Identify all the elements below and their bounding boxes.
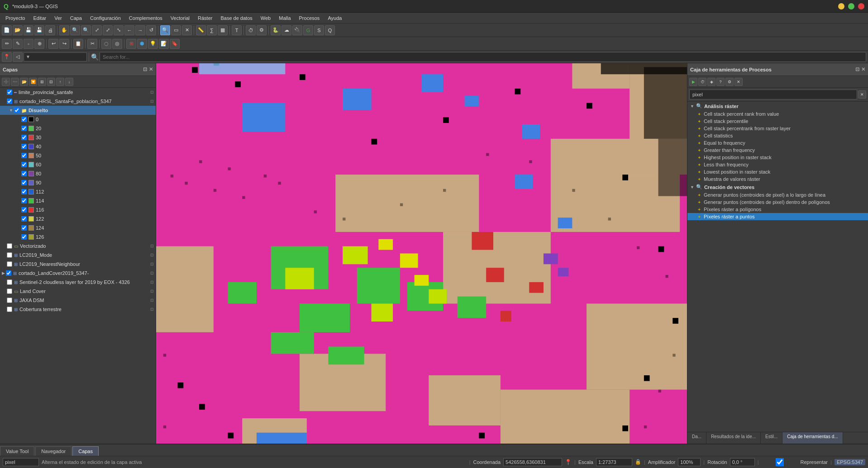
open-project-btn[interactable]: 📂 — [13, 25, 23, 35]
open-layer-btn[interactable]: 📂 — [20, 78, 28, 86]
layer-check-cortado_hrsl[interactable] — [7, 99, 12, 104]
expand-arrow-disuelto[interactable]: ▼ — [9, 108, 13, 113]
zoom-in-btn[interactable]: 🔍 — [70, 25, 80, 35]
layer-check-v124[interactable] — [21, 225, 27, 231]
remove-layer-btn[interactable]: ➖ — [11, 78, 19, 86]
layer-check-v112[interactable] — [21, 189, 27, 194]
layer-item-v20[interactable]: 20 — [0, 124, 156, 133]
menu-procesos[interactable]: Procesos — [296, 14, 324, 22]
menu-base-datos[interactable]: Base de datos — [217, 14, 256, 22]
tree-item-cell-stack-percentile[interactable]: ✦ Cell stack percentile — [687, 118, 868, 125]
processing-btn[interactable]: ⚙ — [257, 25, 267, 35]
filter-input[interactable] — [3, 458, 39, 466]
amplifier-input[interactable] — [678, 458, 701, 466]
tree-item-generar-puntos-poligono[interactable]: ✦ Generar puntos (centroides de pixel) d… — [687, 199, 868, 206]
right-panel-dock-icon[interactable]: ⊡ — [855, 66, 859, 72]
move-up-btn[interactable]: ↑ — [56, 78, 64, 86]
layer-item-landcover[interactable]: ▭Land Cover⊡ — [0, 287, 156, 296]
layer-options-lc2019nn[interactable]: ⊡ — [150, 262, 154, 266]
pan-btn[interactable]: ✋ — [59, 25, 69, 35]
zoom-prev-btn[interactable]: ← — [124, 25, 134, 35]
right-tab-estil[interactable]: Estil... — [761, 432, 782, 444]
layer-item-v114[interactable]: 114 — [0, 196, 156, 205]
right-tab-resultados[interactable]: Resultados de la ide... — [706, 432, 761, 444]
edit-btn[interactable]: ✎ — [13, 39, 23, 49]
rotation-input[interactable] — [730, 458, 755, 466]
layer-options-cortado_hrsl[interactable]: ⊡ — [150, 99, 154, 104]
select-btn[interactable]: ▭ — [171, 25, 181, 35]
layer-check-cobertura[interactable] — [7, 307, 12, 312]
run-btn[interactable]: ▶ — [689, 78, 697, 86]
spatial-book-btn[interactable]: 🔖 — [170, 39, 180, 49]
layer-check-v114[interactable] — [21, 198, 27, 203]
measure-btn[interactable]: 📏 — [196, 25, 206, 35]
layer-options-jaxa[interactable]: ⊡ — [150, 298, 154, 303]
attr-table-btn[interactable]: ▦ — [218, 25, 228, 35]
collapse-all-btn[interactable]: ⊟ — [47, 78, 55, 86]
map-tips-btn[interactable]: 💡 — [148, 39, 158, 49]
layer-item-sentinel[interactable]: ⊞Sentinel-2 cloudless layer for 2019 by … — [0, 278, 156, 287]
new-project-btn[interactable]: 📄 — [2, 25, 12, 35]
menu-proyecto[interactable]: Proyecto — [2, 14, 29, 22]
snapping-btn[interactable]: ⊕ — [34, 39, 44, 49]
layer-check-v90[interactable] — [21, 180, 27, 185]
tree-item-cell-statistics[interactable]: ✦ Cell statistics — [687, 132, 868, 139]
scale-input[interactable] — [596, 458, 632, 466]
layer-check-v116[interactable] — [21, 207, 27, 213]
layer-item-lc2019nn[interactable]: ⊞LC2019_NearestNeighbour⊡ — [0, 260, 156, 269]
layer-check-v122[interactable] — [21, 216, 27, 222]
qgis-cloud-btn[interactable]: ☁ — [281, 25, 291, 35]
layer-check-v50[interactable] — [21, 153, 27, 158]
filter-layer-btn[interactable]: 🔽 — [29, 78, 37, 86]
annotation-btn[interactable]: 📝 — [159, 39, 169, 49]
python-btn[interactable]: 🐍 — [271, 25, 281, 35]
map-area[interactable] — [156, 63, 687, 444]
model-btn[interactable]: ◈ — [707, 78, 715, 86]
layer-item-v126[interactable]: 126 — [0, 232, 156, 241]
menu-complementos[interactable]: Complementos — [125, 14, 166, 22]
layer-style-btn[interactable]: T — [232, 25, 242, 35]
layer-item-v112[interactable]: 112 — [0, 187, 156, 196]
layer-check-v30[interactable] — [21, 135, 27, 140]
menu-configuracion[interactable]: Configuración — [86, 14, 124, 22]
digitize-btn[interactable]: ✏ — [2, 39, 12, 49]
add-layer-btn[interactable]: ➕ — [2, 78, 10, 86]
zoom-next-btn[interactable]: → — [135, 25, 145, 35]
close-results-btn[interactable]: ✕ — [734, 78, 743, 86]
redo-btn[interactable]: ↪ — [59, 39, 69, 49]
field-calc-btn[interactable]: ∑ — [207, 25, 217, 35]
tree-item-equal-to-frequency[interactable]: ✦ Equal to frequency — [687, 139, 868, 147]
maximize-button[interactable] — [848, 3, 854, 9]
layer-item-cobertura[interactable]: ⊞Cobertura terrestre⊡ — [0, 305, 156, 314]
layer-check-landcover[interactable] — [7, 288, 12, 294]
layer-options-cobertura[interactable]: ⊡ — [150, 307, 154, 312]
tree-item-cell-stack-percent-rank[interactable]: ✦ Cell stack percent rank from value — [687, 110, 868, 118]
layer-item-vectorizado[interactable]: ▭Vectorizado⊡ — [0, 241, 156, 251]
move-down-btn[interactable]: ↓ — [65, 78, 73, 86]
menu-editar[interactable]: Editar — [29, 14, 50, 22]
expand-arrow-cortado_lc[interactable]: ▶ — [2, 271, 5, 275]
layer-check-v40[interactable] — [21, 144, 27, 149]
layer-item-v124[interactable]: 124 — [0, 223, 156, 232]
nav-back-btn[interactable]: ◁ — [13, 52, 23, 62]
layer-options-cortado_lc[interactable]: ⊡ — [150, 271, 154, 275]
expand-all-btn[interactable]: ⊞ — [38, 78, 46, 86]
layer-check-v20[interactable] — [21, 126, 27, 131]
render-checkbox[interactable] — [762, 458, 798, 466]
right-tab-da[interactable]: Da... — [687, 432, 706, 444]
layer-check-v126[interactable] — [21, 234, 27, 240]
tab-capas[interactable]: Capas — [72, 446, 99, 456]
layer-check-limite[interactable] — [7, 90, 12, 95]
right-tab-caja[interactable]: Caja de herramientas d... — [782, 432, 843, 444]
identify-btn[interactable]: 🔍 — [160, 25, 170, 35]
settings-btn[interactable]: ⚙ — [725, 78, 734, 86]
tree-item-pixeles-raster-poligonos[interactable]: ✦ Píxeles ráster a polígonos — [687, 206, 868, 213]
tree-group-header-analisis-raster[interactable]: ▼ 🔍 Análisis ráster — [687, 102, 868, 110]
save-as-btn[interactable]: 💾 — [34, 25, 44, 35]
loc-btn[interactable]: 📍 — [2, 52, 12, 62]
paste-btn[interactable]: 📋 — [73, 39, 83, 49]
layer-check-jaxa[interactable] — [7, 298, 12, 303]
undo-btn[interactable]: ↩ — [48, 39, 58, 49]
main-search-input[interactable] — [100, 52, 866, 62]
layer-options-lc2019mode[interactable]: ⊡ — [150, 253, 154, 257]
